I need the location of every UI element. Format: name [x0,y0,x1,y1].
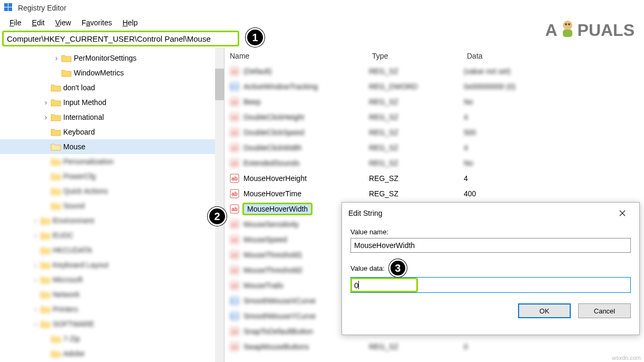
svg-text:ab: ab [231,283,238,289]
value-name: MouseHoverWidth [242,203,313,215]
tree-item[interactable]: ›International [0,110,224,125]
tree-item-label: Microsoft [53,275,83,284]
list-row[interactable]: abBeep REG_SZ No [225,94,644,109]
list-row[interactable]: abMouseHoverTime REG_SZ 400 [225,186,644,201]
svg-text:ab: ab [231,329,238,335]
svg-rect-1 [8,3,12,7]
tree-item[interactable]: ›Microsoft [0,272,224,287]
expand-arrow-icon[interactable]: › [32,231,39,240]
value-data-field[interactable]: 0 [350,277,631,293]
list-row[interactable]: abDoubleClickHeight REG_SZ 4 [225,109,644,125]
folder-icon [51,128,61,136]
svg-text:ab: ab [231,176,238,182]
tree-item[interactable]: HKCUDATA [0,243,224,258]
tree-item-label: 7-Zip [63,335,80,343]
tree-item[interactable]: ›Printers [0,302,224,317]
value-ab-icon: ab [230,265,239,275]
tree-item[interactable]: ›SOFTWARE [0,317,224,331]
ok-button[interactable]: OK [518,303,571,318]
tree-panel[interactable]: ›PerMonitorSettingsWindowMetricsdon't lo… [0,47,225,362]
list-row[interactable]: abMouseHoverHeight REG_SZ 4 [225,170,644,186]
svg-text:ab: ab [231,145,238,151]
tree-item[interactable]: ›Keyboard Layout [0,258,224,272]
dialog-close-button[interactable] [612,205,633,221]
folder-icon [51,202,61,210]
address-bar[interactable]: Computer\HKEY_CURRENT_USER\Control Panel… [2,31,239,46]
value-data: No [464,98,639,106]
svg-text:ab: ab [231,69,238,74]
expand-arrow-icon[interactable]: › [42,113,50,121]
svg-text:ab: ab [231,206,238,212]
tree-item[interactable]: Quick Actions [0,184,224,198]
list-header[interactable]: Name Type Data [225,47,644,63]
tree-item[interactable]: PowerCfg [0,169,224,184]
value-bin-icon: 011 [230,311,239,321]
svg-rect-3 [8,7,12,11]
menu-favorites[interactable]: Favorites [76,18,118,27]
value-name-field[interactable]: MouseHoverWidth [350,238,631,253]
value-ab-icon: ab [230,235,239,244]
value-data: 0 [464,342,639,351]
tree-item[interactable]: ›PerMonitorSettings [0,51,224,65]
tree-item-label: PowerCfg [63,172,95,180]
folder-icon [51,142,61,151]
list-row[interactable]: abDoubleClickWidth REG_SZ 4 [225,140,644,155]
tree-scrollbar-thumb[interactable] [215,69,224,100]
menu-view[interactable]: View [50,18,76,27]
expand-arrow-icon[interactable]: › [32,216,39,225]
watermark-glyph-icon [559,18,577,42]
value-ab-icon: ab [230,97,239,107]
value-ab-icon: ab [230,250,239,260]
tree-item[interactable]: ›EUDC [0,228,224,243]
value-type: REG_SZ [369,98,464,106]
value-type: REG_SZ [369,174,464,183]
tree-item[interactable]: Personalization [0,154,224,169]
expand-arrow-icon[interactable]: › [32,261,39,269]
tree-item-label: Quick Actions [63,187,108,195]
value-name: MouseThreshold2 [242,265,304,275]
tree-item-label: Input Method [63,98,106,107]
list-row[interactable]: abDoubleClickSpeed REG_SZ 500 [225,125,644,140]
tree-item[interactable]: WindowMetrics [0,65,224,80]
svg-point-44 [565,23,567,25]
tree-item[interactable]: Mouse [0,139,224,154]
tree-item[interactable]: Network [0,287,224,302]
folder-icon [40,290,51,299]
tree-item[interactable]: don't load [0,80,224,95]
tree-item[interactable]: Adobe [0,346,224,361]
folder-icon [40,275,51,284]
svg-point-45 [568,23,570,25]
header-type[interactable]: Type [372,52,467,60]
expand-arrow-icon[interactable]: › [32,305,39,313]
tree-item[interactable]: Sound [0,198,224,213]
tree-item[interactable]: ›Environment [0,213,224,228]
expand-arrow-icon[interactable]: › [42,98,50,107]
tree-item[interactable]: ›Input Method [0,95,224,110]
header-name[interactable]: Name [230,52,372,60]
value-ab-icon: ab [230,174,239,183]
folder-icon [61,69,72,77]
expand-arrow-icon[interactable]: › [32,320,39,328]
svg-text:ab: ab [231,252,238,258]
value-bin-icon: 011 [230,82,239,91]
menu-file[interactable]: File [4,18,27,27]
menu-edit[interactable]: Edit [27,18,50,27]
header-data[interactable]: Data [467,52,639,60]
menu-help[interactable]: Help [117,18,143,27]
svg-text:ab: ab [231,344,238,350]
tree-item-label: WindowMetrics [74,69,124,77]
list-row[interactable]: 011ActiveWindowTracking REG_DWORD 0x0000… [225,79,644,94]
list-row[interactable]: ab(Default) REG_SZ (value not set) [225,63,644,79]
tree-item[interactable]: 7-Zip [0,331,224,346]
tree-item[interactable]: Keyboard [0,125,224,139]
value-name-label: Value name: [350,228,631,236]
value-data: 4 [464,174,639,183]
svg-point-42 [563,21,572,30]
tree-item-label: Keyboard [63,128,95,136]
expand-arrow-icon[interactable]: › [32,275,39,284]
expand-arrow-icon[interactable]: › [53,54,60,62]
cancel-button[interactable]: Cancel [578,303,631,318]
value-name: MouseThreshold1 [242,250,304,260]
list-row[interactable]: abSwapMouseButtons REG_SZ 0 [225,339,644,354]
list-row[interactable]: abExtendedSounds REG_SZ No [225,155,644,170]
